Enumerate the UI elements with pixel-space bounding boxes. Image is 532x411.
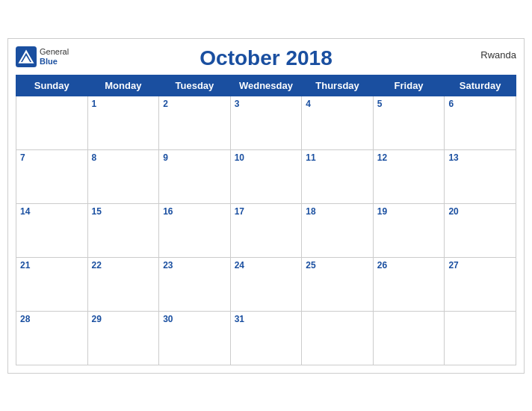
calendar-cell: 20 — [445, 203, 516, 257]
calendar-container: General Blue October 2018 Rwanda SundayM… — [7, 38, 525, 374]
day-number: 1 — [92, 99, 97, 109]
calendar-cell: 11 — [302, 149, 374, 203]
logo-area: General Blue — [16, 46, 69, 67]
day-number: 8 — [92, 152, 97, 163]
day-number: 16 — [163, 206, 173, 217]
calendar-cell: 28 — [16, 311, 88, 365]
calendar-cell: 24 — [230, 257, 302, 311]
day-number: 11 — [306, 152, 315, 163]
calendar-cell — [302, 311, 374, 365]
calendar-cell: 3 — [230, 96, 302, 149]
weekday-header-tuesday: Tuesday — [159, 75, 231, 96]
weekday-header-monday: Monday — [87, 75, 159, 96]
day-number: 12 — [377, 152, 387, 163]
calendar-title: October 2018 — [200, 46, 332, 70]
weekday-header-saturday: Saturday — [445, 75, 516, 96]
calendar-cell: 12 — [373, 149, 445, 203]
day-number: 14 — [20, 206, 30, 217]
day-number: 22 — [92, 260, 102, 271]
day-number: 27 — [448, 260, 458, 271]
calendar-cell: 9 — [159, 149, 231, 203]
calendar-header: General Blue October 2018 Rwanda — [16, 46, 516, 70]
calendar-cell: 25 — [302, 257, 374, 311]
weekday-header-thursday: Thursday — [302, 75, 374, 96]
day-number: 17 — [235, 206, 244, 217]
weekday-header-row: SundayMondayTuesdayWednesdayThursdayFrid… — [16, 75, 516, 96]
day-number: 25 — [306, 260, 315, 271]
calendar-cell: 8 — [87, 149, 159, 203]
calendar-cell: 4 — [302, 96, 374, 149]
day-number: 30 — [163, 314, 173, 324]
day-number: 29 — [92, 314, 102, 324]
calendar-cell: 14 — [16, 203, 88, 257]
day-number: 15 — [92, 206, 102, 217]
calendar-cell: 19 — [373, 203, 445, 257]
calendar-cell — [373, 311, 445, 365]
generalblue-logo-icon — [16, 46, 37, 67]
calendar-cell: 30 — [159, 311, 231, 365]
day-number: 7 — [20, 152, 25, 163]
calendar-cell: 15 — [87, 203, 159, 257]
calendar-cell: 21 — [16, 257, 88, 311]
calendar-week-row: 28293031 — [16, 311, 516, 365]
day-number: 26 — [377, 260, 387, 271]
day-number: 6 — [448, 99, 454, 109]
day-number: 21 — [20, 260, 30, 271]
calendar-cell: 17 — [230, 203, 302, 257]
day-number: 2 — [163, 99, 168, 109]
calendar-week-row: 14151617181920 — [16, 203, 516, 257]
day-number: 23 — [163, 260, 173, 271]
day-number: 20 — [448, 206, 458, 217]
day-number: 9 — [163, 152, 168, 163]
day-number: 10 — [235, 152, 244, 163]
day-number: 4 — [306, 99, 311, 109]
country-label: Rwanda — [480, 49, 516, 61]
calendar-cell: 7 — [16, 149, 88, 203]
calendar-cell — [16, 96, 88, 149]
calendar-table: SundayMondayTuesdayWednesdayThursdayFrid… — [16, 75, 516, 365]
weekday-header-friday: Friday — [373, 75, 445, 96]
logo-blue-text: Blue — [40, 57, 69, 66]
logo-general: General — [40, 47, 69, 56]
calendar-cell: 18 — [302, 203, 374, 257]
calendar-week-row: 21222324252627 — [16, 257, 516, 311]
logo-text: General Blue — [40, 47, 69, 65]
calendar-cell: 27 — [445, 257, 516, 311]
calendar-cell: 22 — [87, 257, 159, 311]
weekday-header-wednesday: Wednesday — [230, 75, 302, 96]
calendar-cell: 23 — [159, 257, 231, 311]
day-number: 13 — [448, 152, 458, 163]
calendar-week-row: 123456 — [16, 96, 516, 149]
calendar-cell — [445, 311, 516, 365]
calendar-cell: 31 — [230, 311, 302, 365]
calendar-cell: 29 — [87, 311, 159, 365]
calendar-cell: 16 — [159, 203, 231, 257]
calendar-cell: 6 — [445, 96, 516, 149]
calendar-cell: 13 — [445, 149, 516, 203]
day-number: 3 — [235, 99, 240, 109]
calendar-cell: 5 — [373, 96, 445, 149]
weekday-header-sunday: Sunday — [16, 75, 88, 96]
day-number: 19 — [377, 206, 387, 217]
day-number: 31 — [235, 314, 244, 324]
calendar-cell: 2 — [159, 96, 231, 149]
day-number: 24 — [235, 260, 244, 271]
calendar-cell: 26 — [373, 257, 445, 311]
day-number: 18 — [306, 206, 315, 217]
day-number: 5 — [377, 99, 383, 109]
day-number: 28 — [20, 314, 30, 324]
calendar-cell: 1 — [87, 96, 159, 149]
calendar-cell: 10 — [230, 149, 302, 203]
calendar-week-row: 78910111213 — [16, 149, 516, 203]
